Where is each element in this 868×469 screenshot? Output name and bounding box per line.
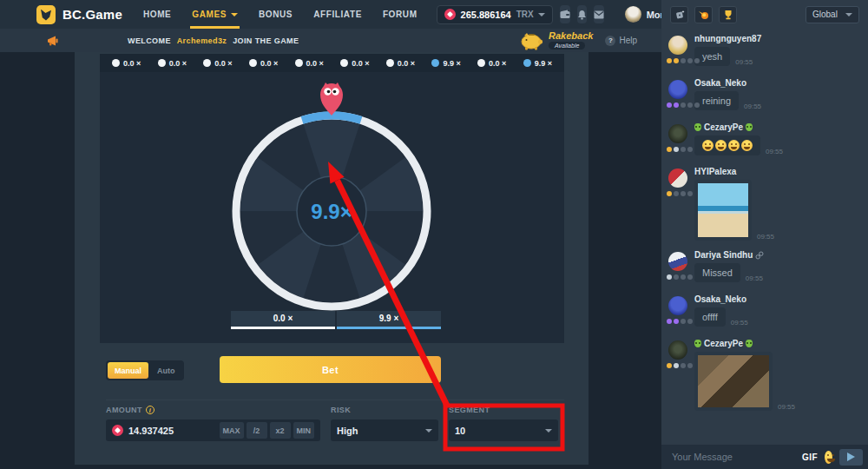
avatar[interactable] bbox=[668, 340, 687, 360]
avatar[interactable] bbox=[668, 252, 687, 271]
contest-button[interactable] bbox=[719, 6, 737, 23]
avatar[interactable] bbox=[668, 80, 687, 99]
chat-username[interactable]: Dariya Sindhu bbox=[694, 250, 861, 260]
messages-button[interactable] bbox=[594, 5, 604, 23]
player-name[interactable]: Archemed3z bbox=[177, 36, 227, 45]
badge-row bbox=[667, 58, 700, 63]
chat-bubble: Missed bbox=[694, 263, 740, 282]
nav-affiliate[interactable]: AFFILIATE bbox=[312, 0, 364, 29]
result-bar-lose[interactable]: 0.0 × bbox=[231, 311, 335, 329]
amount-input[interactable] bbox=[128, 426, 207, 436]
history-chip[interactable]: 0.0 × bbox=[158, 59, 187, 68]
chat-username[interactable]: Osaka_Neko bbox=[694, 294, 861, 304]
chat-username[interactable]: CezaryPe bbox=[694, 122, 861, 132]
wheel: 9.9× bbox=[228, 108, 435, 314]
chevron-down-icon bbox=[425, 429, 432, 433]
badge-row bbox=[667, 147, 693, 152]
history-chip[interactable]: 9.9 × bbox=[431, 59, 460, 68]
send-icon bbox=[847, 452, 855, 461]
timestamp: 09:55 bbox=[778, 403, 795, 411]
avatar[interactable] bbox=[668, 36, 687, 55]
result-dot-icon bbox=[112, 59, 120, 67]
history-chip[interactable]: 0.0 × bbox=[477, 59, 506, 68]
segment-control: SEGMENT 10 bbox=[449, 405, 558, 441]
min-button[interactable]: MIN bbox=[293, 422, 315, 439]
timestamp: 09:55 bbox=[746, 274, 763, 282]
double-button[interactable]: x2 bbox=[270, 422, 291, 439]
timestamp: 09:55 bbox=[766, 148, 783, 155]
history-chip[interactable]: 0.0 × bbox=[249, 59, 278, 68]
balance-pill[interactable]: 265.886164 TRX bbox=[437, 5, 553, 24]
amount-field: MAX /2 x2 MIN bbox=[106, 419, 320, 441]
chat-image-beach[interactable] bbox=[694, 180, 752, 241]
chat-image-cat[interactable] bbox=[694, 352, 773, 411]
game-screen: 0.0 × 0.0 × 0.0 × 0.0 × 0.0 × 0.0 × 0.0 … bbox=[100, 54, 564, 343]
chat-message-input[interactable] bbox=[672, 452, 795, 462]
nav-bonus[interactable]: BONUS bbox=[257, 0, 294, 29]
question-icon: ? bbox=[605, 36, 615, 46]
nav-forum[interactable]: FORUM bbox=[381, 0, 419, 29]
bets-button[interactable] bbox=[670, 6, 688, 23]
wallet-button[interactable] bbox=[560, 5, 570, 23]
notifications-button[interactable] bbox=[577, 5, 587, 23]
nav-home[interactable]: HOME bbox=[141, 0, 173, 29]
chat-header: Global bbox=[661, 0, 868, 29]
chat-username[interactable]: nhungnguyen87 bbox=[694, 34, 861, 43]
chat-messages[interactable]: nhungnguyen87 yesh 09:55 Osaka_Neko rein… bbox=[661, 29, 868, 445]
hot-games-button[interactable] bbox=[694, 6, 713, 23]
history-chip[interactable]: 9.9 × bbox=[523, 59, 552, 68]
history-chip[interactable]: 0.0 × bbox=[340, 59, 369, 68]
chat-message: Osaka_Neko reining 09:55 bbox=[665, 78, 861, 113]
history-chip[interactable]: 0.0 × bbox=[112, 59, 141, 68]
info-icon[interactable] bbox=[146, 406, 155, 414]
gif-button[interactable]: GIF bbox=[802, 452, 818, 462]
history-chip[interactable]: 0.0 × bbox=[295, 59, 324, 68]
risk-select[interactable]: High bbox=[331, 419, 438, 441]
result-dot-icon bbox=[386, 59, 394, 67]
chat-message: HYIPalexa 09:55 bbox=[665, 167, 861, 241]
avatar[interactable] bbox=[668, 296, 687, 315]
mail-icon bbox=[594, 10, 604, 19]
risk-label: RISK bbox=[331, 405, 438, 415]
wallet-icon bbox=[560, 10, 570, 19]
chat-message: CezaryPe 09:55 bbox=[665, 339, 861, 411]
bet-button[interactable]: Bet bbox=[220, 356, 441, 383]
chat-username[interactable]: Osaka_Neko bbox=[694, 78, 861, 88]
chat-region-select[interactable]: Global bbox=[806, 6, 859, 23]
rakeback-widget[interactable]: Rakeback Available bbox=[519, 31, 593, 50]
timestamp: 09:55 bbox=[735, 58, 753, 66]
wheel-game-panel: 0.0 × 0.0 × 0.0 × 0.0 × 0.0 × 0.0 × 0.0 … bbox=[75, 52, 589, 465]
brand-logo-icon[interactable] bbox=[36, 5, 56, 24]
chat-username[interactable]: CezaryPe bbox=[694, 339, 861, 348]
chevron-down-icon bbox=[545, 429, 552, 433]
piggy-bank-icon bbox=[519, 31, 545, 50]
chevron-down-icon bbox=[538, 13, 545, 17]
history-chip[interactable]: 0.0 × bbox=[386, 59, 415, 68]
half-button[interactable]: /2 bbox=[247, 422, 267, 439]
chat-sidebar: Global nhungnguyen87 yesh 09:55 Osaka_Ne… bbox=[661, 0, 868, 469]
result-bar-win[interactable]: 9.9 × bbox=[337, 311, 441, 329]
badge-row bbox=[667, 274, 693, 280]
currency-selector[interactable]: TRX bbox=[516, 10, 545, 19]
brand-name[interactable]: BC.Game bbox=[62, 7, 122, 22]
help-button[interactable]: ? Help bbox=[605, 36, 637, 46]
rakeback-subtitle: Available bbox=[549, 42, 585, 50]
chat-username[interactable]: HYIPalexa bbox=[694, 167, 861, 176]
laughing-emoji-icon bbox=[741, 140, 753, 151]
amount-label: AMOUNT bbox=[106, 405, 320, 415]
emoji-picker-button[interactable] bbox=[825, 451, 832, 464]
manual-mode-button[interactable]: Manual bbox=[108, 362, 148, 379]
max-button[interactable]: MAX bbox=[220, 422, 244, 439]
auto-mode-button[interactable]: Auto bbox=[150, 362, 182, 379]
nav-games[interactable]: GAMES bbox=[190, 0, 240, 29]
avatar[interactable] bbox=[668, 124, 687, 143]
segment-select[interactable]: 10 bbox=[449, 419, 558, 441]
send-button[interactable] bbox=[839, 449, 863, 466]
chat-message: nhungnguyen87 yesh 09:55 bbox=[665, 34, 861, 69]
chat-input-bar: GIF bbox=[661, 445, 868, 469]
fireball-icon bbox=[698, 10, 709, 20]
link-icon bbox=[755, 251, 764, 260]
history-chip[interactable]: 0.0 × bbox=[203, 59, 232, 68]
avatar[interactable] bbox=[668, 168, 687, 188]
laughing-emoji-icon bbox=[728, 140, 740, 151]
